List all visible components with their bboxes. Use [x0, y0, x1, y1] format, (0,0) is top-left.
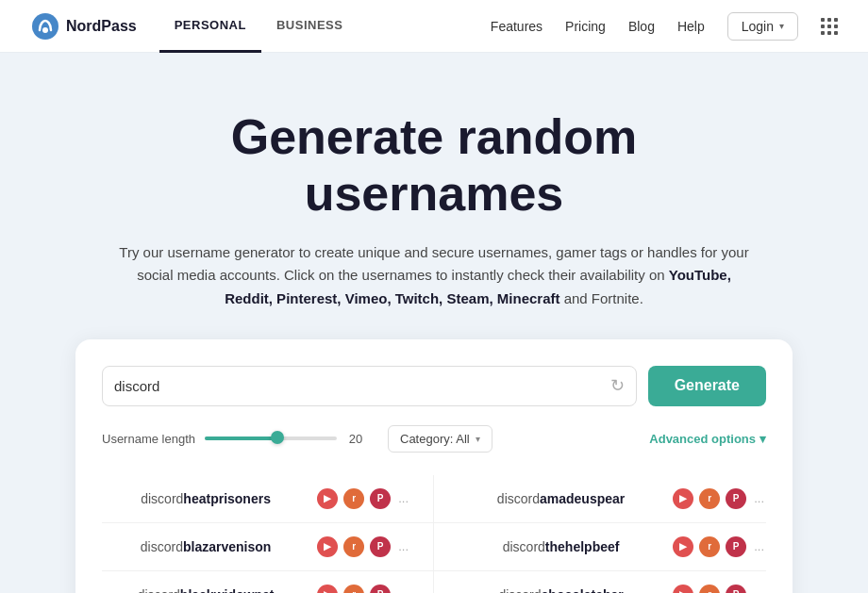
- nav-right: Features Pricing Blog Help Login ▾: [491, 12, 838, 41]
- search-row: ↻ Generate: [102, 366, 766, 406]
- length-slider[interactable]: [205, 436, 337, 441]
- chevron-down-icon: ▾: [760, 432, 766, 446]
- nav-blog[interactable]: Blog: [628, 19, 655, 34]
- search-input-wrap: ↻: [102, 366, 637, 406]
- platforms-last: and Fortnite.: [564, 290, 643, 306]
- social-icons: ▶ r P ...: [673, 585, 766, 593]
- svg-point-0: [32, 13, 58, 40]
- length-control: Username length 20: [102, 432, 365, 446]
- pinterest-icon[interactable]: P: [370, 536, 391, 557]
- login-button[interactable]: Login ▾: [727, 12, 798, 41]
- nav-features[interactable]: Features: [491, 19, 542, 34]
- reddit-icon[interactable]: r: [699, 488, 720, 509]
- tab-personal[interactable]: PERSONAL: [159, 0, 261, 53]
- username-suffix: blazarvenison: [183, 539, 271, 554]
- pinterest-icon[interactable]: P: [370, 488, 391, 509]
- username-suffix: chocolatebar: [542, 587, 624, 593]
- more-options-icon[interactable]: ...: [396, 587, 410, 593]
- more-options-icon[interactable]: ...: [752, 587, 766, 593]
- username-suffix: heatprisoners: [183, 491, 271, 506]
- hero-description: Try our username generator to create uni…: [113, 241, 755, 311]
- youtube-icon[interactable]: ▶: [317, 536, 338, 557]
- length-value: 20: [346, 432, 365, 446]
- login-label: Login: [742, 19, 774, 34]
- generate-button[interactable]: Generate: [648, 366, 766, 406]
- youtube-icon[interactable]: ▶: [317, 585, 338, 593]
- username-text[interactable]: discordheatprisoners: [102, 491, 309, 506]
- result-item[interactable]: discordthehelpbeef ▶ r P ...: [434, 523, 766, 571]
- logo-text: NordPass: [66, 18, 137, 35]
- youtube-icon[interactable]: ▶: [673, 536, 693, 557]
- pinterest-icon[interactable]: P: [726, 536, 746, 557]
- more-options-icon[interactable]: ...: [752, 491, 766, 505]
- reddit-icon[interactable]: r: [343, 585, 364, 593]
- result-item[interactable]: discordchocolatebar ▶ r P ...: [434, 571, 766, 593]
- results-grid: discordheatprisoners ▶ r P ... discordam…: [102, 475, 766, 593]
- hero-title: Generate random usernames: [19, 109, 849, 222]
- slider-thumb[interactable]: [271, 431, 284, 444]
- youtube-icon[interactable]: ▶: [673, 488, 693, 509]
- youtube-icon[interactable]: ▶: [673, 585, 693, 593]
- social-icons: ▶ r P ...: [317, 488, 410, 509]
- youtube-icon[interactable]: ▶: [317, 488, 338, 509]
- social-icons: ▶ r P ...: [673, 536, 766, 557]
- advanced-options-button[interactable]: Advanced options ▾: [649, 432, 766, 446]
- pinterest-icon[interactable]: P: [726, 488, 746, 509]
- apps-grid-icon[interactable]: [821, 18, 838, 35]
- reddit-icon[interactable]: r: [343, 488, 364, 509]
- length-label: Username length: [102, 432, 195, 446]
- chevron-down-icon: ▾: [476, 434, 480, 444]
- refresh-icon[interactable]: ↻: [610, 375, 625, 396]
- username-suffix: blackwidownet: [180, 587, 275, 593]
- username-text[interactable]: discordblazarvenison: [102, 539, 309, 554]
- options-row: Username length 20 Category: All ▾ Advan…: [102, 425, 766, 453]
- pinterest-icon[interactable]: P: [370, 585, 391, 593]
- result-item[interactable]: discordblackwidownet ▶ r P ...: [102, 571, 434, 593]
- category-label: Category: All: [400, 432, 470, 446]
- nav-help[interactable]: Help: [677, 19, 705, 34]
- reddit-icon[interactable]: r: [699, 585, 720, 593]
- username-suffix: thehelpbeef: [545, 539, 620, 554]
- chevron-down-icon: ▾: [779, 21, 784, 31]
- username-text[interactable]: discordamadeuspear: [457, 491, 665, 506]
- search-input[interactable]: [114, 367, 610, 405]
- more-options-icon[interactable]: ...: [396, 539, 410, 553]
- tab-business[interactable]: BUSINESS: [261, 0, 358, 53]
- category-select[interactable]: Category: All ▾: [388, 425, 492, 453]
- username-text[interactable]: discordblackwidownet: [102, 587, 309, 593]
- result-item[interactable]: discordamadeuspear ▶ r P ...: [434, 475, 766, 523]
- reddit-icon[interactable]: r: [343, 536, 364, 557]
- tool-card: ↻ Generate Username length 20 Category: …: [75, 339, 793, 593]
- reddit-icon[interactable]: r: [699, 536, 720, 557]
- nav-tabs: PERSONAL BUSINESS: [159, 0, 359, 52]
- pinterest-icon[interactable]: P: [726, 585, 746, 593]
- username-suffix: amadeuspear: [540, 491, 625, 506]
- result-item[interactable]: discordheatprisoners ▶ r P ...: [102, 475, 434, 523]
- username-text[interactable]: discordchocolatebar: [457, 587, 665, 593]
- more-options-icon[interactable]: ...: [752, 539, 766, 553]
- social-icons: ▶ r P ...: [673, 488, 766, 509]
- nordpass-logo-icon: [30, 11, 60, 41]
- username-text[interactable]: discordthehelpbeef: [457, 539, 665, 554]
- more-options-icon[interactable]: ...: [396, 491, 410, 505]
- result-item[interactable]: discordblazarvenison ▶ r P ...: [102, 523, 434, 571]
- slider-fill: [205, 437, 277, 440]
- social-icons: ▶ r P ...: [317, 536, 410, 557]
- logo[interactable]: NordPass: [30, 11, 137, 41]
- svg-point-1: [42, 27, 48, 33]
- social-icons: ▶ r P ...: [317, 585, 410, 593]
- nav-pricing[interactable]: Pricing: [565, 19, 606, 34]
- hero-section: Generate random usernames Try our userna…: [0, 53, 868, 593]
- navbar: NordPass PERSONAL BUSINESS Features Pric…: [0, 0, 868, 53]
